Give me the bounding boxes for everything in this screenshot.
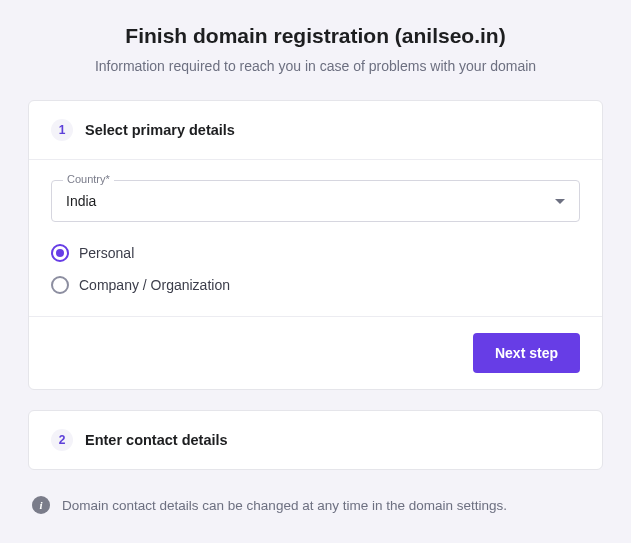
radio-company-label: Company / Organization <box>79 277 230 293</box>
radio-unchecked-icon <box>51 276 69 294</box>
page-title: Finish domain registration (anilseo.in) <box>28 24 603 48</box>
step-1-number: 1 <box>51 119 73 141</box>
country-value: India <box>66 193 96 209</box>
step-1-header: 1 Select primary details <box>29 101 602 160</box>
radio-company[interactable]: Company / Organization <box>51 276 580 294</box>
info-text: Domain contact details can be changed at… <box>62 498 507 513</box>
info-row: i Domain contact details can be changed … <box>28 490 603 514</box>
step-2-header: 2 Enter contact details <box>29 411 602 469</box>
chevron-down-icon <box>555 199 565 204</box>
step-2-number: 2 <box>51 429 73 451</box>
step-2-title: Enter contact details <box>85 432 228 448</box>
info-icon: i <box>32 496 50 514</box>
step-1-body: Country* India Personal Company / Organi… <box>29 160 602 317</box>
step-1-footer: Next step <box>29 317 602 389</box>
country-label: Country* <box>63 173 114 185</box>
page-header: Finish domain registration (anilseo.in) … <box>28 24 603 74</box>
step-1-title: Select primary details <box>85 122 235 138</box>
step-1-card: 1 Select primary details Country* India … <box>28 100 603 390</box>
country-select-wrapper: Country* India <box>51 180 580 222</box>
radio-personal[interactable]: Personal <box>51 244 580 262</box>
page-subtitle: Information required to reach you in cas… <box>28 58 603 74</box>
next-step-button[interactable]: Next step <box>473 333 580 373</box>
radio-personal-label: Personal <box>79 245 134 261</box>
account-type-radio-group: Personal Company / Organization <box>51 244 580 294</box>
radio-checked-icon <box>51 244 69 262</box>
radio-dot-icon <box>56 249 64 257</box>
step-2-card: 2 Enter contact details <box>28 410 603 470</box>
country-select[interactable]: India <box>51 180 580 222</box>
